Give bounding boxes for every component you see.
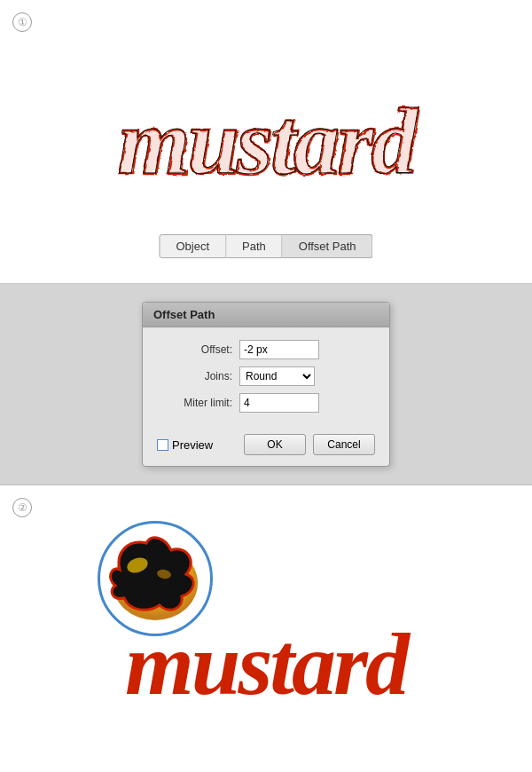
toolbar: Object Path Offset Path xyxy=(159,234,372,258)
mustard-svg-1: mustard mustard mustard xyxy=(62,44,470,204)
miter-input[interactable] xyxy=(239,393,319,413)
circle-highlight xyxy=(98,521,213,636)
path-button[interactable]: Path xyxy=(226,234,283,258)
section-2: ② xyxy=(0,485,532,772)
mustard-text-area-2: mustard xyxy=(0,512,532,772)
miter-label: Miter limit: xyxy=(157,397,232,409)
cancel-button[interactable]: Cancel xyxy=(313,434,375,455)
offset-row: Offset: xyxy=(157,340,375,359)
svg-text:mustard: mustard xyxy=(118,90,419,193)
miter-row: Miter limit: xyxy=(157,393,375,413)
joins-row: Joins: Miter Round Bevel xyxy=(157,366,375,386)
joins-label: Joins: xyxy=(157,370,232,382)
step-1-number: ① xyxy=(12,12,32,32)
joins-select[interactable]: Miter Round Bevel xyxy=(239,366,315,386)
dialog-footer: Preview OK Cancel xyxy=(143,429,389,466)
preview-label: Preview xyxy=(172,438,213,452)
dialog-title: Offset Path xyxy=(143,303,389,327)
offset-path-button[interactable]: Offset Path xyxy=(283,234,373,258)
joins-select-wrap: Miter Round Bevel xyxy=(239,366,315,386)
section-1: ① mustard mustard mustard Object Path Of… xyxy=(0,0,532,284)
ok-button[interactable]: OK xyxy=(244,434,306,455)
preview-checkbox[interactable] xyxy=(157,439,168,451)
preview-check-group: Preview xyxy=(157,438,237,452)
object-button[interactable]: Object xyxy=(159,234,226,258)
mustard-text-area-1: mustard mustard mustard xyxy=(62,44,470,204)
dialog-section: Offset Path Offset: Joins: Miter Round B… xyxy=(0,284,532,485)
dialog-body: Offset: Joins: Miter Round Bevel Miter l… xyxy=(143,327,389,429)
offset-path-dialog: Offset Path Offset: Joins: Miter Round B… xyxy=(142,302,390,467)
offset-input[interactable] xyxy=(239,340,319,359)
offset-label: Offset: xyxy=(157,343,232,356)
